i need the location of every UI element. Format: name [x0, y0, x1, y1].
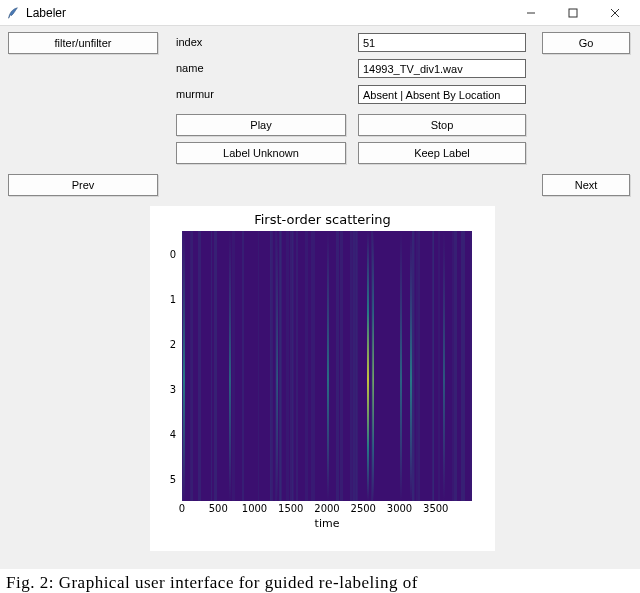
murmur-field[interactable] [358, 85, 526, 104]
chart-title: First-order scattering [154, 212, 491, 227]
chart-noise [275, 231, 277, 501]
chart-noise [305, 231, 308, 501]
chart-noise [412, 231, 414, 501]
titlebar: Labeler [0, 0, 640, 26]
chart-noise [470, 231, 472, 501]
chart-y-tick: 2 [170, 338, 176, 349]
chart-y-tick: 4 [170, 428, 176, 439]
client-area: filter/unfilter Go index name murmur Pla… [0, 26, 640, 569]
chart-x-tick: 3000 [387, 503, 412, 514]
chart-noise [452, 231, 455, 501]
window-title: Labeler [26, 6, 510, 20]
chart-streak [327, 231, 329, 501]
chart-noise [286, 231, 289, 501]
chart-x-tick: 500 [209, 503, 228, 514]
chart-noise [418, 231, 420, 501]
minimize-button[interactable] [510, 0, 552, 26]
maximize-button[interactable] [552, 0, 594, 26]
svg-rect-1 [569, 9, 577, 17]
chart-y-tick: 0 [170, 248, 176, 259]
chart-noise [280, 231, 282, 501]
chart-noise [438, 231, 440, 501]
chart-streak [229, 231, 231, 501]
chart-x-tick: 2000 [314, 503, 339, 514]
window-controls [510, 0, 636, 26]
play-button[interactable]: Play [176, 114, 346, 136]
chart-panel: First-order scattering 012345 0500100015… [150, 206, 495, 551]
app-icon [6, 6, 20, 20]
chart-x-tick: 2500 [351, 503, 376, 514]
chart-x-tick: 1500 [278, 503, 303, 514]
chart-noise [311, 231, 314, 501]
chart-noise [258, 231, 260, 501]
chart-streak [400, 231, 402, 501]
index-label: index [176, 36, 202, 48]
chart-noise [198, 231, 200, 501]
label-unknown-button[interactable]: Label Unknown [176, 142, 346, 164]
chart-x-axis: 0500100015002000250030003500 [182, 501, 472, 517]
chart-noise [340, 231, 343, 501]
chart-x-tick: 3500 [423, 503, 448, 514]
chart-noise [433, 231, 434, 501]
name-field[interactable] [358, 59, 526, 78]
chart-x-tick: 0 [179, 503, 185, 514]
chart-y-axis: 012345 [154, 231, 182, 501]
chart-noise [232, 231, 235, 501]
next-button[interactable]: Next [542, 174, 630, 196]
go-button[interactable]: Go [542, 32, 630, 54]
chart-noise [214, 231, 217, 501]
chart-x-tick: 1000 [242, 503, 267, 514]
index-field[interactable] [358, 33, 526, 52]
figure-caption: Fig. 2: Graphical user interface for gui… [0, 569, 640, 593]
keep-label-button[interactable]: Keep Label [358, 142, 526, 164]
chart-y-tick: 5 [170, 473, 176, 484]
chart-noise [296, 231, 298, 501]
close-button[interactable] [594, 0, 636, 26]
stop-button[interactable]: Stop [358, 114, 526, 136]
name-label: name [176, 62, 204, 74]
chart-x-label: time [182, 517, 472, 530]
chart-y-tick: 3 [170, 383, 176, 394]
chart-streak [183, 231, 185, 501]
chart-y-tick: 1 [170, 293, 176, 304]
chart-noise [336, 231, 338, 501]
chart-noise [190, 231, 191, 501]
chart-noise [416, 231, 417, 501]
chart-noise [270, 231, 271, 501]
chart-noise [211, 231, 212, 501]
chart-noise [371, 231, 374, 501]
chart-noise [182, 231, 183, 501]
chart-noise [461, 231, 465, 501]
chart-noise [242, 231, 244, 501]
chart-noise [454, 231, 457, 501]
chart-streak [443, 231, 445, 501]
murmur-label: murmur [176, 88, 214, 100]
chart-plot-area [182, 231, 472, 501]
chart-streak [367, 231, 369, 501]
chart-noise [290, 231, 292, 501]
filter-button[interactable]: filter/unfilter [8, 32, 158, 54]
chart-noise [352, 231, 355, 501]
prev-button[interactable]: Prev [8, 174, 158, 196]
